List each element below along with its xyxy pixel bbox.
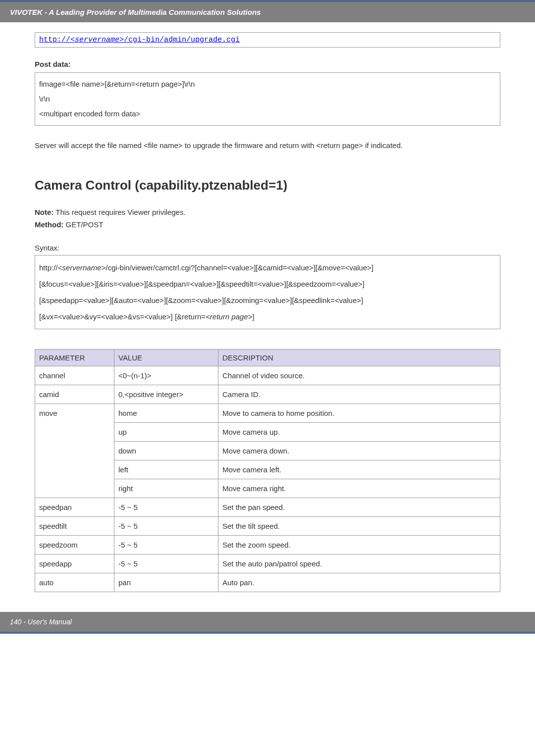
table-row: camid 0,<positive integer> Camera ID. (35, 385, 500, 404)
cell-value: -5 ~ 5 (114, 498, 218, 517)
syntax-line1: http://<servername>/cgi-bin/viewer/camct… (39, 259, 496, 276)
header-title: VIVOTEK - A Leading Provider of Multimed… (10, 8, 261, 16)
th-parameter: PARAMETER (35, 350, 114, 366)
cell-param: speedtilt (35, 517, 114, 536)
syntax-line4: [&vx=<value>&vy=<value>&vs=<value>] [&re… (39, 308, 496, 325)
cell-value: -5 ~ 5 (114, 517, 218, 536)
th-value: VALUE (114, 350, 218, 366)
method-text: GET/POST (63, 220, 103, 229)
cell-param: speedzoom (35, 536, 114, 554)
camera-control-heading: Camera Control (capability.ptzenabled=1) (35, 178, 500, 193)
cell-param: camid (35, 385, 114, 404)
cell-value: left (114, 460, 218, 479)
post-data-line3: <multipart encoded form data> (39, 106, 496, 121)
cell-param: speedapp (35, 554, 114, 573)
cell-param: move (35, 404, 114, 498)
syntax-line2: [&focus=<value>][&iris=<value>][&speedpa… (39, 276, 496, 292)
table-row: speedtilt -5 ~ 5 Set the tilt speed. (35, 517, 500, 536)
cell-value: right (114, 479, 218, 498)
cell-desc: Move to camera to home position. (218, 404, 500, 423)
cell-value: <0~(n-1)> (114, 366, 218, 385)
syntax-box: http://<servername>/cgi-bin/viewer/camct… (35, 255, 500, 329)
cell-value: home (114, 404, 218, 423)
cell-desc: Move camera down. (218, 442, 500, 460)
note-text: This request requires Viewer privileges. (54, 208, 185, 216)
table-row: speedzoom -5 ~ 5 Set the zoom speed. (35, 536, 500, 554)
note-line: Note: This request requires Viewer privi… (35, 208, 500, 216)
post-data-label: Post data: (35, 60, 500, 68)
table-row: auto pan Auto pan. (35, 573, 500, 592)
method-label: Method: (35, 220, 63, 229)
upgrade-url-box: http://<servername>/cgi-bin/admin/upgrad… (35, 32, 500, 48)
post-data-line2: \r\n (39, 92, 496, 106)
cell-param: channel (35, 366, 114, 385)
cell-desc: Set the zoom speed. (218, 536, 500, 554)
cell-desc: Set the auto pan/patrol speed. (218, 554, 500, 573)
footer-text: 140 - User's Manual (10, 618, 72, 626)
upgrade-description: Server will accept the file named <file … (35, 138, 500, 153)
page-header: VIVOTEK - A Leading Provider of Multimed… (0, 0, 535, 22)
post-data-line1: fimage=<file name>[&return=<return page>… (39, 77, 496, 92)
cell-desc: Auto pan. (218, 573, 500, 592)
table-row: move home Move to camera to home positio… (35, 404, 500, 423)
cell-desc: Set the pan speed. (218, 498, 500, 517)
table-row: speedapp -5 ~ 5 Set the auto pan/patrol … (35, 554, 500, 573)
post-data-box: fimage=<file name>[&return=<return page>… (35, 72, 500, 126)
cell-param: speedpan (35, 498, 114, 517)
upgrade-url-link[interactable]: http://<servername>/cgi-bin/admin/upgrad… (39, 36, 240, 44)
th-description: DESCRIPTION (218, 350, 500, 366)
cell-value: 0,<positive integer> (114, 385, 218, 404)
cell-desc: Move camera up. (218, 423, 500, 442)
cell-desc: Set the tilt speed. (218, 517, 500, 536)
cell-desc: Move camera right. (218, 479, 500, 498)
table-row: speedpan -5 ~ 5 Set the pan speed. (35, 498, 500, 517)
cell-param: auto (35, 573, 114, 592)
method-line: Method: GET/POST (35, 220, 500, 229)
page-footer: 140 - User's Manual (0, 612, 535, 634)
parameter-table: PARAMETER VALUE DESCRIPTION channel <0~(… (35, 349, 500, 592)
main-content: http://<servername>/cgi-bin/admin/upgrad… (0, 22, 535, 612)
table-header-row: PARAMETER VALUE DESCRIPTION (35, 350, 500, 366)
syntax-line3: [&speedapp=<value>][&auto=<value>][&zoom… (39, 292, 496, 308)
note-label: Note: (35, 208, 54, 216)
cell-value: up (114, 423, 218, 442)
cell-value: -5 ~ 5 (114, 554, 218, 573)
cell-value: pan (114, 573, 218, 592)
cell-desc: Camera ID. (218, 385, 500, 404)
cell-value: -5 ~ 5 (114, 536, 218, 554)
syntax-label: Syntax: (35, 244, 500, 252)
table-row: channel <0~(n-1)> Channel of video sourc… (35, 366, 500, 385)
cell-desc: Move camera left. (218, 460, 500, 479)
cell-value: down (114, 442, 218, 460)
cell-desc: Channel of video source. (218, 366, 500, 385)
